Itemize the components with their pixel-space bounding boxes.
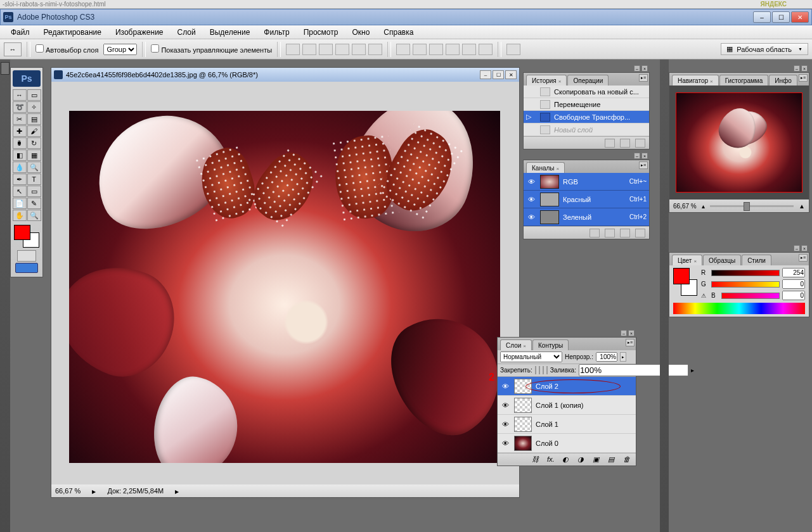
- channel-green[interactable]: 👁ЗеленыйCtrl+2: [524, 208, 649, 226]
- trash-icon[interactable]: [635, 229, 645, 238]
- tab-swatches[interactable]: Образцы: [703, 255, 741, 265]
- panel-collapse[interactable]: –: [794, 245, 800, 251]
- quickmask-toggle[interactable]: [17, 250, 36, 262]
- workspace-switcher[interactable]: ▦ Рабочая область: [721, 43, 808, 55]
- gamut-warning-icon[interactable]: [701, 292, 709, 299]
- blend-mode[interactable]: Нормальный: [500, 352, 562, 362]
- layer-row[interactable]: 👁Слой 1 (копия): [498, 396, 636, 415]
- navigator-preview[interactable]: [669, 86, 809, 200]
- auto-select-target[interactable]: Group: [103, 44, 137, 55]
- tab-histogram[interactable]: Гистограмма: [719, 75, 769, 86]
- auto-select-check[interactable]: Автовыбор слоя: [35, 44, 98, 54]
- channel-rgb[interactable]: 👁RGBCtrl+~: [524, 173, 649, 191]
- menu-edit[interactable]: Редактирование: [38, 26, 107, 39]
- panel-menu-icon[interactable]: ▸≡: [799, 74, 808, 82]
- notes-tool[interactable]: 📄: [13, 198, 27, 209]
- tab-info[interactable]: Инфо: [769, 75, 797, 86]
- panel-menu-icon[interactable]: ▸≡: [639, 74, 648, 82]
- stamp-tool[interactable]: ⧯: [13, 137, 27, 149]
- menu-image[interactable]: Изображение: [110, 26, 169, 39]
- tab-paths[interactable]: Контуры: [532, 339, 569, 350]
- align-icon[interactable]: [319, 44, 333, 55]
- group-icon[interactable]: ▣: [593, 455, 602, 464]
- align-icon[interactable]: [286, 44, 300, 55]
- shape-tool[interactable]: ▭: [27, 186, 41, 197]
- lock-transparent-icon[interactable]: [535, 366, 536, 374]
- heal-tool[interactable]: ✚: [13, 125, 27, 137]
- g-value[interactable]: [782, 279, 805, 289]
- move-tool-icon[interactable]: ↔: [4, 42, 22, 56]
- distribute-icon[interactable]: [396, 44, 410, 55]
- link-icon[interactable]: ⛓: [532, 455, 541, 464]
- zoom-out-icon[interactable]: ▴: [702, 203, 705, 210]
- adjustment-icon[interactable]: ◑: [577, 455, 586, 464]
- eraser-tool[interactable]: ◧: [13, 149, 27, 161]
- color-swatches[interactable]: [673, 268, 697, 296]
- align-icon[interactable]: [302, 44, 316, 55]
- align-icon[interactable]: [368, 44, 382, 55]
- opacity-input[interactable]: [596, 352, 617, 362]
- document-canvas[interactable]: [69, 111, 500, 463]
- move-tool[interactable]: ↔: [13, 89, 27, 101]
- doc-minimize[interactable]: –: [480, 70, 491, 79]
- panel-menu-icon[interactable]: ▸≡: [626, 339, 635, 346]
- panel-close[interactable]: ×: [801, 245, 808, 251]
- tab-styles[interactable]: Стили: [742, 255, 771, 265]
- new-layer-icon[interactable]: ▤: [608, 455, 617, 464]
- type-tool[interactable]: T: [27, 174, 41, 185]
- menu-layer[interactable]: Слой: [172, 26, 202, 39]
- trash-icon[interactable]: [635, 139, 645, 148]
- history-step[interactable]: Перемещение: [524, 98, 649, 111]
- layer-row-selected[interactable]: 👁Слой 2: [498, 377, 636, 396]
- panel-collapse[interactable]: –: [634, 65, 640, 72]
- distribute-icon[interactable]: [413, 44, 427, 55]
- panel-close[interactable]: ×: [801, 65, 808, 72]
- panel-collapse[interactable]: –: [621, 330, 627, 336]
- slice-tool[interactable]: ▤: [27, 113, 41, 125]
- window-close[interactable]: ✕: [791, 11, 809, 23]
- b-slider[interactable]: [721, 293, 780, 299]
- zoom-slider[interactable]: [710, 205, 794, 207]
- new-doc-icon[interactable]: [620, 139, 630, 148]
- panel-menu-icon[interactable]: ▸≡: [799, 254, 808, 262]
- tab-channels[interactable]: Каналы×: [526, 162, 565, 173]
- tab-history[interactable]: История×: [526, 75, 567, 86]
- fx-icon[interactable]: fx.: [547, 455, 556, 464]
- crop-tool[interactable]: ✂: [13, 113, 27, 125]
- channel-red[interactable]: 👁КрасныйCtrl+1: [524, 191, 649, 208]
- status-menu[interactable]: [175, 487, 179, 495]
- menu-help[interactable]: Справка: [378, 26, 419, 39]
- zoom-in-icon[interactable]: ▲: [799, 203, 805, 210]
- r-value[interactable]: [782, 268, 805, 277]
- opacity-arrow[interactable]: ▸: [620, 352, 626, 362]
- doc-close[interactable]: ✕: [505, 70, 517, 79]
- g-slider[interactable]: [711, 281, 780, 288]
- tab-layers[interactable]: Слои×: [500, 339, 532, 350]
- distribute-icon[interactable]: [462, 44, 476, 55]
- panel-menu-icon[interactable]: ▸≡: [639, 162, 648, 169]
- panel-close[interactable]: ×: [641, 65, 648, 72]
- menu-file[interactable]: Файл: [5, 26, 35, 39]
- screenmode-toggle[interactable]: [15, 263, 38, 273]
- save-sel-icon[interactable]: [605, 229, 615, 238]
- lock-all-icon[interactable]: [546, 366, 548, 374]
- b-value[interactable]: [782, 291, 805, 300]
- auto-align-icon[interactable]: [506, 44, 520, 55]
- lock-paint-icon[interactable]: [539, 366, 540, 374]
- history-brush-tool[interactable]: ↻: [27, 137, 41, 149]
- right-dock-edge[interactable]: [660, 60, 669, 532]
- layer-row[interactable]: 👁Слой 0: [498, 434, 636, 453]
- distribute-icon[interactable]: [429, 44, 443, 55]
- path-tool[interactable]: ↖: [13, 186, 27, 197]
- panel-collapse[interactable]: –: [634, 153, 640, 159]
- zoom-field[interactable]: 66,67 %: [55, 487, 81, 495]
- panel-collapse[interactable]: –: [794, 65, 800, 72]
- history-step[interactable]: Скопировать на новый с...: [524, 86, 649, 98]
- window-maximize[interactable]: ☐: [772, 11, 790, 23]
- lock-move-icon[interactable]: [543, 366, 544, 374]
- mask-icon[interactable]: ◐: [562, 455, 571, 464]
- align-icon[interactable]: [335, 44, 349, 55]
- zoom-menu[interactable]: [92, 487, 96, 495]
- lasso-tool[interactable]: ➰: [13, 101, 27, 113]
- gradient-tool[interactable]: ▦: [27, 149, 41, 161]
